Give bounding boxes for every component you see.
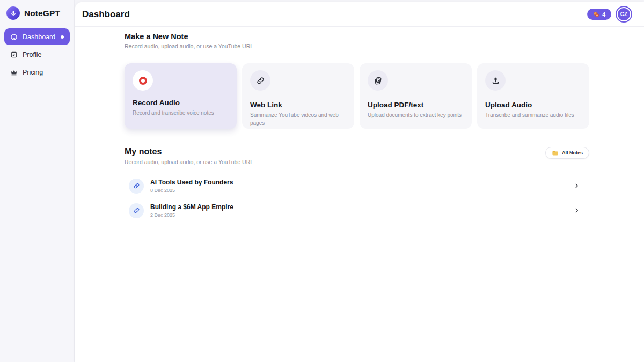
- upload-audio-card[interactable]: Upload Audio Transcribe and summarize au…: [477, 63, 589, 129]
- sidebar-item-profile[interactable]: Profile: [4, 46, 70, 63]
- chevron-right-icon: [574, 183, 580, 189]
- main-panel: Dashboard 4 CZ Make a New Note Record au…: [75, 2, 644, 362]
- make-note-subtitle: Record audio, upload audio, or use a You…: [125, 43, 589, 49]
- upload-pdf-card[interactable]: Upload PDF/text Upload documents to extr…: [360, 63, 472, 129]
- card-title: Web Link: [250, 101, 346, 109]
- make-note-section: Make a New Note Record audio, upload aud…: [125, 32, 589, 129]
- link-icon: [129, 203, 144, 218]
- card-description: Record and transcribe voice notes: [133, 109, 229, 117]
- notes-list: AI Tools Used by Founders 8 Dec 2025: [125, 174, 589, 223]
- my-notes-header: My notes Record audio, upload audio, or …: [125, 147, 589, 165]
- credits-badge[interactable]: 4: [587, 9, 611, 20]
- action-cards: Record Audio Record and transcribe voice…: [125, 63, 589, 129]
- note-icon: [10, 33, 18, 41]
- coins-icon: [593, 11, 599, 18]
- card-description: Upload documents to extract key points: [368, 112, 464, 120]
- note-date: 2 Dec 2025: [150, 212, 233, 218]
- sidebar-item-pricing[interactable]: Pricing: [4, 64, 70, 80]
- sidebar-item-dashboard[interactable]: Dashboard: [4, 28, 70, 45]
- sidebar-item-label: Profile: [23, 51, 41, 58]
- app-name: NoteGPT: [24, 9, 60, 18]
- active-dot-icon: [61, 35, 64, 39]
- sidebar-nav: Dashboard Profile Pricing: [0, 28, 74, 80]
- link-icon: [129, 179, 144, 194]
- sidebar-item-label: Dashboard: [23, 33, 55, 41]
- page-title: Dashboard: [82, 9, 130, 20]
- my-notes-heading-group: My notes Record audio, upload audio, or …: [125, 147, 253, 165]
- my-notes-subtitle: Record audio, upload audio, or use a You…: [125, 159, 253, 165]
- page-header: Dashboard 4 CZ: [75, 2, 644, 27]
- record-audio-card[interactable]: Record Audio Record and transcribe voice…: [125, 63, 237, 129]
- card-description: Transcribe and summarize audio files: [485, 112, 581, 120]
- microphone-logo-icon: [6, 6, 20, 20]
- my-notes-title: My notes: [125, 147, 253, 157]
- crown-icon: [10, 69, 18, 76]
- all-notes-label: All Notes: [562, 150, 583, 156]
- card-title: Record Audio: [133, 99, 229, 107]
- note-title: Building a $6M App Empire: [150, 203, 233, 211]
- make-note-title: Make a New Note: [125, 32, 589, 41]
- credits-count: 4: [602, 11, 605, 18]
- avatar[interactable]: CZ: [617, 7, 631, 21]
- note-text-group: Building a $6M App Empire 2 Dec 2025: [150, 203, 233, 218]
- folder-icon: [552, 150, 559, 157]
- card-description: Summarize YouTube videos and web pages: [250, 112, 346, 127]
- sidebar: NoteGPT Dashboard Profile Pricing: [0, 0, 75, 362]
- note-title: AI Tools Used by Founders: [150, 179, 233, 186]
- card-title: Upload PDF/text: [368, 101, 464, 109]
- id-card-icon: [10, 51, 18, 58]
- app-logo: NoteGPT: [0, 0, 74, 28]
- documents-icon: [368, 70, 388, 91]
- note-date: 8 Dec 2025: [150, 188, 233, 193]
- link-icon: [250, 70, 270, 91]
- note-text-group: AI Tools Used by Founders 8 Dec 2025: [150, 179, 233, 193]
- content: Make a New Note Record audio, upload aud…: [125, 27, 589, 223]
- chevron-right-icon: [574, 208, 580, 213]
- upload-icon: [485, 70, 506, 91]
- header-actions: 4 CZ: [587, 7, 631, 21]
- sidebar-item-label: Pricing: [23, 69, 43, 76]
- record-icon: [133, 70, 153, 91]
- note-row[interactable]: Building a $6M App Empire 2 Dec 2025: [125, 198, 589, 223]
- my-notes-section: My notes Record audio, upload audio, or …: [125, 147, 589, 223]
- card-title: Upload Audio: [485, 101, 581, 109]
- all-notes-button[interactable]: All Notes: [545, 147, 589, 159]
- note-row[interactable]: AI Tools Used by Founders 8 Dec 2025: [125, 174, 589, 198]
- web-link-card[interactable]: Web Link Summarize YouTube videos and we…: [242, 63, 354, 129]
